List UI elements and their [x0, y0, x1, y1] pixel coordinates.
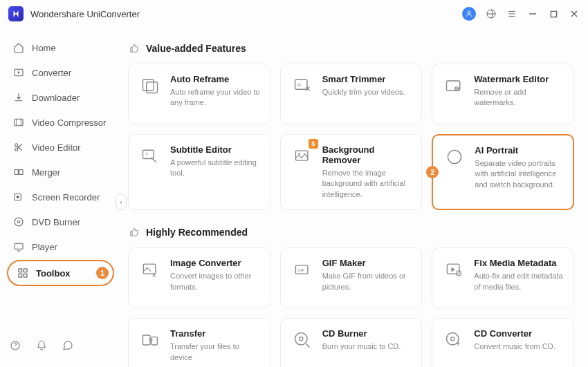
svg-rect-25 [143, 150, 154, 158]
disc-icon [12, 216, 25, 228]
svg-rect-4 [15, 119, 23, 125]
app-logo-icon [8, 6, 24, 21]
feedback-icon[interactable] [62, 340, 73, 353]
reframe-icon [138, 74, 162, 97]
card-ai-portrait[interactable]: 2 AI PortraitSeparate video portraits wi… [432, 134, 574, 210]
merger-icon [12, 166, 25, 178]
sidebar-item-player[interactable]: Player [7, 235, 114, 258]
svg-point-10 [17, 196, 19, 198]
sidebar-item-label: Home [32, 43, 56, 53]
card-desc: Burn your music to CD. [322, 341, 414, 352]
card-desc: Remove or add watermarks. [474, 87, 565, 109]
card-title: GIF Maker [322, 258, 414, 268]
card-subtitle-editor[interactable]: T Subtitle EditorA powerful subtitle edi… [128, 134, 270, 210]
thumbs-up-icon [129, 44, 139, 53]
close-button[interactable] [569, 8, 580, 19]
collapse-sidebar-button[interactable]: ‹ [116, 194, 127, 210]
card-fix-metadata[interactable]: Fix Media MetadataAuto-fix and edit meta… [432, 247, 574, 308]
sidebar-item-label: Converter [32, 68, 71, 78]
sidebar-item-label: Video Editor [32, 142, 81, 153]
card-auto-reframe[interactable]: Auto ReframeAuto reframe your video to a… [128, 64, 270, 124]
svg-rect-36 [151, 337, 158, 345]
sidebar-item-converter[interactable]: Converter [7, 61, 114, 84]
card-watermark-editor[interactable]: Watermark EditorRemove or add watermarks… [432, 64, 574, 124]
card-desc: Convert music from CD. [474, 341, 565, 352]
card-transfer[interactable]: TransferTransfer your files to device [128, 318, 270, 367]
cd-burner-icon [291, 328, 314, 352]
svg-point-39 [447, 333, 459, 346]
gif-icon: GIF [291, 258, 314, 281]
notification-icon[interactable] [36, 340, 47, 353]
card-image-converter[interactable]: Image ConverterConvert images to other f… [128, 247, 270, 308]
sidebar-item-home[interactable]: Home [7, 36, 114, 59]
svg-rect-13 [15, 243, 23, 249]
home-icon [12, 41, 25, 54]
trimmer-icon: AI [291, 74, 314, 97]
card-title: Transfer [170, 328, 261, 339]
svg-point-37 [295, 333, 307, 346]
sidebar-item-video-editor[interactable]: Video Editor [7, 135, 114, 159]
sidebar: Home Converter Downloader Video Compress… [0, 28, 121, 367]
card-cd-converter[interactable]: CD ConverterConvert music from CD. [432, 318, 574, 367]
image-converter-icon [138, 258, 162, 281]
transfer-icon [138, 328, 162, 352]
menu-icon[interactable] [506, 8, 517, 19]
section-title: Value-added Features [146, 43, 246, 54]
svg-rect-8 [19, 170, 23, 175]
card-title: Background Remover [322, 144, 414, 165]
card-title: Smart Trimmer [322, 74, 414, 84]
card-desc: A powerful subtitle editing tool. [170, 158, 261, 179]
svg-point-40 [451, 337, 454, 341]
card-title: CD Converter [474, 328, 565, 339]
svg-rect-20 [147, 82, 158, 93]
card-cd-burner[interactable]: CD BurnerBurn your music to CD. [280, 318, 423, 367]
svg-point-11 [15, 218, 23, 226]
card-desc: Auto reframe your video to any frame. [170, 87, 261, 109]
sidebar-item-toolbox[interactable]: Toolbox 1 [7, 260, 114, 286]
card-title: CD Burner [322, 328, 414, 339]
card-desc: Make GIF from videos or pictures. [322, 271, 414, 292]
subtitle-icon: T [138, 144, 162, 168]
svg-rect-16 [19, 274, 22, 277]
svg-text:AI: AI [297, 82, 301, 87]
card-desc: Separate video portraits with artificial… [475, 158, 564, 190]
svg-rect-19 [143, 79, 154, 91]
card-smart-trimmer[interactable]: AI Smart TrimmerQuickly trim your videos… [280, 64, 423, 124]
svg-point-38 [299, 337, 302, 341]
maximize-button[interactable] [548, 8, 559, 19]
svg-point-0 [468, 11, 470, 14]
sidebar-badge: 1 [96, 267, 109, 279]
sidebar-item-screen-recorder[interactable]: Screen Recorder [7, 185, 114, 209]
svg-rect-15 [24, 269, 27, 272]
converter-icon [12, 66, 25, 79]
card-background-remover[interactable]: $ Background RemoverRemove the image bac… [280, 134, 423, 210]
sidebar-item-downloader[interactable]: Downloader [7, 86, 114, 109]
recorder-icon [12, 191, 25, 203]
card-desc: Auto-fix and edit metadata of media file… [474, 271, 565, 292]
sidebar-item-compressor[interactable]: Video Compressor [7, 111, 114, 134]
svg-rect-2 [551, 11, 556, 17]
sidebar-item-dvd-burner[interactable]: DVD Burner [7, 210, 114, 234]
help-icon[interactable] [10, 340, 21, 353]
svg-rect-7 [15, 170, 18, 175]
sidebar-item-merger[interactable]: Merger [7, 160, 114, 184]
highlight-badge: 2 [426, 166, 439, 178]
player-icon [12, 241, 25, 253]
card-gif-maker[interactable]: GIF GIF MakerMake GIF from videos or pic… [280, 247, 423, 308]
svg-text:T: T [145, 152, 149, 157]
user-avatar-icon[interactable] [462, 7, 476, 21]
toolbox-icon [17, 267, 29, 279]
sidebar-item-label: Video Compressor [32, 117, 106, 128]
metadata-icon [442, 258, 466, 281]
thumbs-up-icon [129, 227, 139, 237]
cd-converter-icon [442, 328, 466, 352]
support-icon[interactable] [486, 8, 497, 19]
card-desc: Convert images to other formats. [170, 271, 261, 292]
svg-text:GIF: GIF [297, 267, 304, 272]
titlebar: Wondershare UniConverter [0, 0, 588, 28]
minimize-button[interactable] [527, 8, 538, 19]
section-title: Highly Recommended [146, 227, 248, 238]
app-title: Wondershare UniConverter [30, 9, 462, 19]
card-title: Watermark Editor [474, 74, 565, 84]
sidebar-item-label: Downloader [32, 93, 80, 103]
